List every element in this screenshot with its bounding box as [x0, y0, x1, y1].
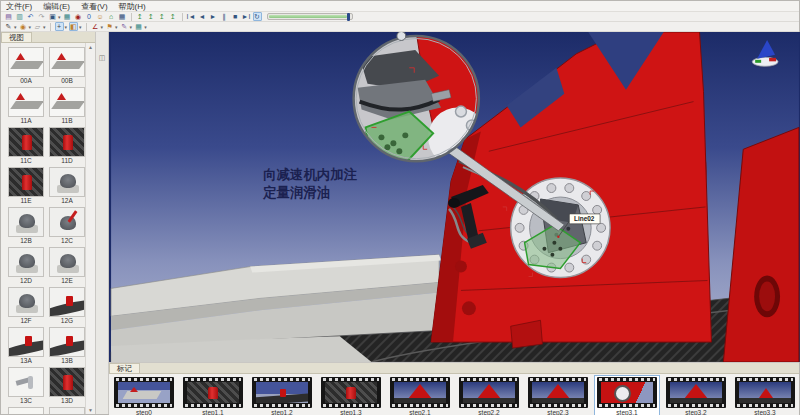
view-thumbnail-11C[interactable]: 11C: [8, 127, 44, 165]
view-thumbnail-partial[interactable]: [49, 407, 85, 414]
chevron-down-icon[interactable]: ▾: [14, 24, 17, 30]
crosshair-icon[interactable]: +: [55, 22, 64, 31]
step-thumbnail-image[interactable]: [463, 382, 515, 403]
scroll-up-icon[interactable]: ▲: [88, 44, 93, 50]
step-thumbnail-image[interactable]: [118, 382, 170, 403]
step-thumbnail-image[interactable]: [256, 382, 308, 403]
home-icon[interactable]: ⌂: [107, 12, 116, 21]
view-thumbnail-image[interactable]: [49, 367, 85, 397]
step-item-7[interactable]: step3.1: [595, 376, 659, 415]
menu-file[interactable]: 文件(F): [6, 1, 32, 12]
menu-help[interactable]: 帮助(H): [119, 1, 146, 12]
views-scrollbar[interactable]: ▲ ▼: [85, 43, 95, 414]
view-thumbnail-12A[interactable]: 12A: [49, 167, 85, 205]
step-item-0[interactable]: step0: [112, 376, 176, 415]
step-thumbnail-image[interactable]: [739, 382, 791, 403]
undo-icon[interactable]: ↶: [26, 12, 35, 21]
view-thumbnail-image[interactable]: [8, 287, 44, 317]
view-thumbnail-image[interactable]: [8, 47, 44, 77]
chevron-down-icon[interactable]: ▾: [130, 24, 133, 30]
view-thumbnail-13C[interactable]: 13C: [8, 367, 44, 405]
paint-icon[interactable]: ◧: [69, 22, 78, 31]
timeline-slider-handle[interactable]: [347, 13, 350, 21]
view-thumbnail-00A[interactable]: 00A: [8, 47, 44, 85]
view-thumbnail-11B[interactable]: 11B: [49, 87, 85, 125]
tab-views[interactable]: 视图: [1, 32, 32, 42]
view-thumbnail-12C[interactable]: 12C: [49, 207, 85, 245]
export-step-icon-3[interactable]: ↥: [158, 12, 167, 21]
open-icon[interactable]: ▤: [4, 12, 13, 21]
zero-badge-icon[interactable]: 0: [85, 12, 94, 21]
view-thumbnail-00B[interactable]: 00B: [49, 47, 85, 85]
annotate-icon[interactable]: ✎: [120, 22, 129, 31]
first-step-icon[interactable]: I◄: [187, 12, 196, 21]
scroll-down-icon[interactable]: ▼: [88, 407, 93, 413]
view-thumbnail-image[interactable]: [49, 87, 85, 117]
view-thumbnail-image[interactable]: [8, 167, 44, 197]
view-thumbnail-image[interactable]: [8, 407, 44, 414]
step-thumbnail-image[interactable]: [187, 382, 239, 403]
view-thumbnail-image[interactable]: [49, 407, 85, 414]
view-thumbnail-12E[interactable]: 12E: [49, 247, 85, 285]
chevron-down-icon[interactable]: ▾: [79, 24, 82, 30]
menu-edit[interactable]: 编辑(E): [43, 1, 70, 12]
stop-icon[interactable]: ■: [231, 12, 240, 21]
viewport-canvas[interactable]: Line02 向减速机内加注 定量润滑油: [109, 32, 800, 362]
chevron-down-icon[interactable]: ▾: [65, 24, 68, 30]
pause-icon[interactable]: ∥: [220, 12, 229, 21]
chevron-down-icon[interactable]: ▾: [58, 14, 61, 20]
view-thumbnail-image[interactable]: [49, 327, 85, 357]
grid-icon[interactable]: ▦: [118, 12, 127, 21]
step-item-8[interactable]: step3.2: [664, 376, 728, 415]
view-thumbnail-13B[interactable]: 13B: [49, 327, 85, 365]
view-thumbnail-11D[interactable]: 11D: [49, 127, 85, 165]
last-step-icon[interactable]: ►I: [242, 12, 251, 21]
steps-filmstrip[interactable]: step0 step1.1 step1.2 step1.3 step2.1 st…: [109, 374, 799, 415]
step-thumbnail-image[interactable]: [601, 382, 653, 403]
step-item-6[interactable]: step2.3: [526, 376, 590, 415]
step-item-2[interactable]: step1.2: [250, 376, 314, 415]
export-step-icon-2[interactable]: ↥: [147, 12, 156, 21]
collapsed-panel-strip[interactable]: ◫: [96, 32, 109, 414]
view-thumbnail-12B[interactable]: 12B: [8, 207, 44, 245]
step-thumbnail-image[interactable]: [532, 382, 584, 403]
view-thumbnail-image[interactable]: [49, 247, 85, 277]
measure-icon[interactable]: ∠: [91, 22, 100, 31]
image-tool-icon[interactable]: ▦: [134, 22, 143, 31]
export-step-icon-1[interactable]: ↥: [136, 12, 145, 21]
loop-icon[interactable]: ↻: [253, 12, 262, 21]
step-thumbnail-image[interactable]: [325, 382, 377, 403]
view-thumbnail-image[interactable]: [8, 87, 44, 117]
view-thumbnail-12F[interactable]: 12F: [8, 287, 44, 325]
eraser-icon[interactable]: ▱: [33, 22, 42, 31]
menu-view[interactable]: 查看(V): [81, 1, 108, 12]
step-item-9[interactable]: step3.3: [733, 376, 797, 415]
view-thumbnail-11A[interactable]: 11A: [8, 87, 44, 125]
view-thumbnail-image[interactable]: [8, 207, 44, 237]
view-thumbnail-image[interactable]: [49, 207, 85, 237]
previous-step-icon[interactable]: ◄: [198, 12, 207, 21]
chevron-down-icon[interactable]: ▾: [144, 24, 147, 30]
step-item-1[interactable]: step1.1: [181, 376, 245, 415]
view-thumbnail-11E[interactable]: 11E: [8, 167, 44, 205]
step-thumbnail-image[interactable]: [394, 382, 446, 403]
view-thumbnail-image[interactable]: [49, 287, 85, 317]
flag-icon[interactable]: ⚑: [105, 22, 114, 31]
paste-icon[interactable]: ▥: [15, 12, 24, 21]
marker-icon[interactable]: ◉: [19, 22, 28, 31]
view-thumbnail-image[interactable]: [8, 367, 44, 397]
view-thumbnail-12G[interactable]: 12G: [49, 287, 85, 325]
chevron-down-icon[interactable]: ▾: [29, 24, 32, 30]
camera-icon[interactable]: ◉: [74, 12, 83, 21]
display-mode-icon[interactable]: ▣: [48, 12, 57, 21]
image-icon[interactable]: ▦: [63, 12, 72, 21]
redo-icon[interactable]: ↷: [37, 12, 46, 21]
step-thumbnail-image[interactable]: [670, 382, 722, 403]
views-thumbnail-list[interactable]: 00A 00B 11A 11B 11C 11D 11E 12A 12B 12C …: [1, 43, 95, 414]
view-thumbnail-image[interactable]: [49, 167, 85, 197]
timeline-slider[interactable]: [267, 13, 353, 20]
user-icon[interactable]: ☺: [96, 12, 105, 21]
view-thumbnail-13D[interactable]: 13D: [49, 367, 85, 405]
step-item-4[interactable]: step2.1: [388, 376, 452, 415]
view-thumbnail-image[interactable]: [8, 247, 44, 277]
